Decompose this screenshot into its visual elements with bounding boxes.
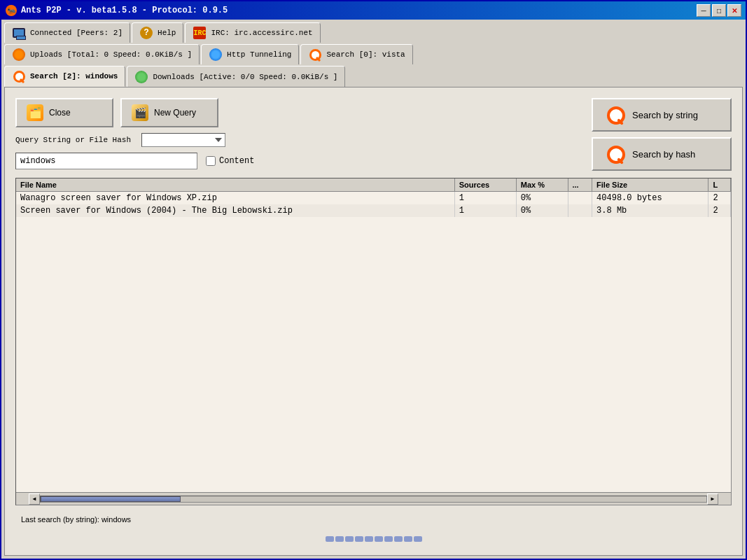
- results-container: File Name Sources Max % ... File Size L …: [15, 178, 732, 505]
- cell-l: 2: [708, 204, 731, 217]
- new-query-button-label: New Query: [154, 108, 196, 118]
- search-hash-icon: [606, 144, 625, 164]
- minimize-button[interactable]: ─: [697, 4, 711, 17]
- tab-row-2: Uploads [Total: 0 Speed: 0.0KiB/s ] Http…: [1, 43, 746, 64]
- scroll-right-button[interactable]: ▶: [707, 493, 718, 505]
- app-icon: 🐜: [6, 5, 17, 16]
- tab-row-1: Connected [Peers: 2] ? Help IRC IRC: irc…: [1, 20, 746, 43]
- content-label: Content: [219, 156, 254, 166]
- maximize-button[interactable]: □: [712, 4, 726, 17]
- cell-l: 2: [708, 192, 731, 205]
- http-icon: [209, 48, 222, 61]
- col-sources: Sources: [454, 178, 516, 192]
- main-window: 🐜 Ants P2P - v. beta1.5.8 - Protocol: 0.…: [0, 0, 747, 560]
- download-icon: [135, 71, 148, 83]
- col-filesize: File Size: [592, 178, 708, 192]
- main-content: 🗂️ Close 🎬 New Query Query String or Fil…: [4, 87, 743, 556]
- horizontal-scrollbar[interactable]: ◀ ▶: [16, 492, 731, 505]
- progress-dot: [355, 536, 363, 542]
- progress-dot: [384, 536, 393, 542]
- table-row[interactable]: Wanagro screen saver for Windows XP.zip …: [16, 192, 731, 205]
- scroll-left-button[interactable]: ◀: [29, 493, 40, 505]
- search-string-icon: [606, 105, 625, 125]
- scroll-thumb[interactable]: [41, 496, 181, 502]
- close-icon: 🗂️: [27, 104, 43, 121]
- progress-dot: [404, 536, 412, 542]
- content-checkbox[interactable]: [206, 156, 216, 166]
- tab-help[interactable]: ? Help: [132, 22, 183, 43]
- tab-downloads[interactable]: Downloads [Active: 0/0 Speed: 0.0KiB/s ]: [127, 66, 345, 87]
- irc-icon: IRC: [193, 27, 206, 39]
- col-filename: File Name: [16, 178, 454, 192]
- monitor-icon: [13, 28, 25, 38]
- tab-uploads-label: Uploads [Total: 0 Speed: 0.0KiB/s ]: [30, 50, 192, 59]
- close-button-label: Close: [49, 108, 71, 118]
- question-icon: ?: [140, 27, 153, 39]
- tab-downloads-label: Downloads [Active: 0/0 Speed: 0.0KiB/s ]: [153, 73, 337, 81]
- col-maxpct: Max %: [516, 178, 568, 192]
- cell-sources: 1: [454, 192, 516, 205]
- col-dots: ...: [568, 178, 592, 192]
- progress-dot: [394, 536, 403, 542]
- tab-search0[interactable]: Search [0]: vista: [300, 44, 412, 64]
- title-buttons: ─ □ ✕: [697, 4, 741, 17]
- search-buttons: Search by string Search by hash: [592, 98, 732, 171]
- progress-dot: [365, 536, 373, 542]
- action-buttons-row: 🗂️ Close 🎬 New Query: [15, 98, 581, 127]
- progress-dot: [375, 536, 383, 542]
- type-select[interactable]: [141, 133, 225, 147]
- last-search-text: Last search (by string): windows: [21, 515, 131, 524]
- query-type-row: Query String or File Hash: [15, 133, 581, 147]
- tab-row-3: Search [2]: windows Downloads [Active: 0…: [1, 64, 746, 87]
- search-by-hash-label: Search by hash: [632, 149, 695, 160]
- window-close-button[interactable]: ✕: [727, 4, 741, 17]
- progress-dot: [414, 536, 422, 542]
- cell-filename: Screen saver for Windows (2004) - The Bi…: [16, 204, 454, 217]
- tab-search0-label: Search [0]: vista: [326, 50, 405, 59]
- tab-connected[interactable]: Connected [Peers: 2]: [4, 22, 130, 43]
- tab-irc[interactable]: IRC IRC: irc.accessirc.net: [185, 22, 320, 43]
- cell-sources: 1: [454, 204, 516, 217]
- cell-filename: Wanagro screen saver for Windows XP.zip: [16, 192, 454, 205]
- progress-dot: [345, 536, 354, 542]
- scroll-track[interactable]: [40, 496, 707, 503]
- new-query-button[interactable]: 🎬 New Query: [120, 98, 218, 127]
- tab-search2-label: Search [2]: windows: [30, 72, 118, 80]
- cell-dots: [568, 204, 592, 217]
- upload-icon: [13, 48, 25, 61]
- close-button[interactable]: 🗂️ Close: [15, 98, 113, 127]
- results-table: File Name Sources Max % ... File Size L …: [16, 178, 731, 217]
- search-by-string-label: Search by string: [632, 110, 698, 120]
- tab-http[interactable]: Http Tunneling: [201, 44, 299, 64]
- progress-dot: [326, 536, 334, 542]
- col-l: L: [708, 178, 731, 192]
- cell-maxpct: 0%: [516, 192, 568, 205]
- tab-uploads[interactable]: Uploads [Total: 0 Speed: 0.0KiB/s ]: [4, 44, 200, 64]
- new-query-icon: 🎬: [132, 104, 148, 121]
- tab-connected-label: Connected [Peers: 2]: [30, 29, 123, 37]
- cell-dots: [568, 192, 592, 205]
- tab-http-label: Http Tunneling: [227, 50, 291, 59]
- table-row[interactable]: Screen saver for Windows (2004) - The Bi…: [16, 204, 731, 217]
- tab-help-label: Help: [158, 29, 176, 37]
- cell-filesize: 40498.0 bytes: [592, 192, 708, 205]
- status-bar: Last search (by string): windows: [15, 512, 732, 526]
- tab-search2[interactable]: Search [2]: windows: [4, 66, 125, 87]
- progress-dot: [335, 536, 344, 542]
- query-input-row: Content: [15, 153, 581, 169]
- cell-filesize: 3.8 Mb: [592, 204, 708, 217]
- content-checkbox-label[interactable]: Content: [206, 156, 254, 166]
- progress-indicator: [15, 533, 732, 545]
- tab-irc-label: IRC: irc.accessirc.net: [211, 29, 312, 37]
- query-input[interactable]: [15, 153, 197, 169]
- search-by-string-button[interactable]: Search by string: [592, 98, 732, 132]
- search-by-hash-button[interactable]: Search by hash: [592, 137, 732, 171]
- window-title: Ants P2P - v. beta1.5.8 - Protocol: 0.9.…: [21, 6, 228, 15]
- title-bar: 🐜 Ants P2P - v. beta1.5.8 - Protocol: 0.…: [1, 1, 746, 20]
- cell-maxpct: 0%: [516, 204, 568, 217]
- search-icon-tab2: [13, 70, 25, 83]
- query-label: Query String or File Hash: [15, 136, 131, 144]
- search-icon-tab0: [309, 48, 321, 61]
